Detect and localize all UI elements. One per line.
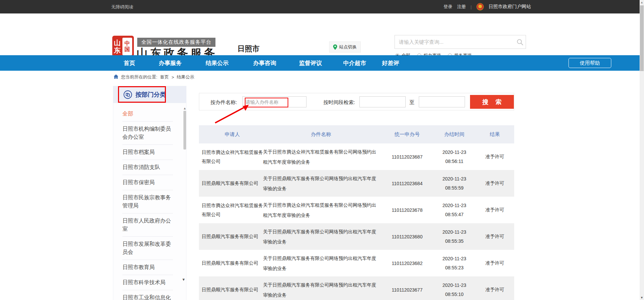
dept-item[interactable]: 日照市机构编制委员会办公室: [122, 122, 173, 145]
cell-result: 准予许可: [475, 154, 514, 160]
main-nav: 首页 办事服务 结果公示 办事咨询 监督评议 中介超市 好差评: [0, 55, 644, 71]
table-header-row: 申请人 办件名称 统一申办号 办结时间 结果: [199, 125, 514, 143]
nav-intermediary[interactable]: 中介超市: [343, 55, 366, 71]
dept-item[interactable]: 日照市人民政府办公室: [122, 213, 173, 237]
table-row[interactable]: 日照鼎顺汽车服务有限公司 关于日照鼎顺汽车服务有限公司网络预约出租汽车年度审验的…: [199, 170, 514, 197]
cell-applicant: 日照市腾达众祥汽车租赁服务有限公司: [199, 201, 263, 219]
dept-item[interactable]: 日照市消防支队: [122, 160, 173, 175]
cell-time: 2020-11-2308:56:11: [433, 148, 475, 166]
topbar-separator: |: [471, 4, 472, 9]
cell-applicant: 日照鼎顺汽车服务有限公司: [199, 179, 263, 188]
dept-item-all[interactable]: 全部: [122, 106, 173, 122]
breadcrumb-separator: >: [172, 75, 174, 80]
cell-number: 110112023678: [381, 207, 433, 213]
cell-item: 关于日照鼎顺汽车服务有限公司网络预约出租汽车年度审验的业务: [263, 227, 381, 247]
sidebar-scrollbar-thumb[interactable]: [183, 111, 186, 149]
nav-rating[interactable]: 好差评: [382, 55, 399, 71]
cell-result: 准予许可: [475, 180, 514, 187]
cell-number: 110112023682: [381, 261, 433, 266]
keyword-search-input[interactable]: [395, 39, 514, 45]
topbar-right-group: 登录 注册 | 日照市政府门户网站: [444, 0, 531, 13]
department-sidebar: 按部门分类 全部 日照市机构编制委员会办公室 日照市档案局 日照市消防支队 日照…: [113, 86, 186, 300]
dept-item[interactable]: 日照市科学技术局: [122, 275, 173, 290]
dept-item[interactable]: 日照市发展和改革委员会: [122, 237, 173, 260]
cell-time: 2020-11-2308:55:47: [433, 201, 475, 219]
filter-bar: 按办件名称: 按时间段检索: 至 搜 索: [199, 93, 514, 110]
register-link[interactable]: 注册: [457, 4, 466, 10]
sidebar-scroll-up-icon[interactable]: ▲: [183, 106, 186, 110]
sidebar-title: 按部门分类: [136, 91, 166, 99]
dept-item[interactable]: 日照市档案局: [122, 145, 173, 160]
table-row[interactable]: 日照鼎顺汽车服务有限公司 关于日照鼎顺汽车服务有限公司网络预约出租汽车年度审验的…: [199, 223, 514, 250]
col-header-item: 办件名称: [263, 131, 381, 138]
table-row[interactable]: 日照鼎顺汽车服务有限公司 关于日照鼎顺汽车服务有限公司网络预约出租汽车年度审验的…: [199, 250, 514, 276]
national-emblem-icon: [476, 3, 484, 10]
cell-result: 准予许可: [475, 260, 514, 266]
col-header-applicant: 申请人: [199, 131, 263, 138]
cell-result: 准予许可: [475, 234, 514, 240]
breadcrumb-current[interactable]: 结果公示: [177, 74, 194, 80]
col-header-time: 办结时间: [433, 131, 475, 138]
site-header: 山东 中国 全国一体化在线政务服务平台 山东政务服务 日照市 站点切换 全部: [0, 13, 644, 55]
cell-time: 2020-11-2308:55:59: [433, 174, 475, 193]
location-pin-icon: [333, 44, 337, 50]
sidebar-scroll-down-icon[interactable]: ▼: [182, 277, 185, 281]
results-table: 申请人 办件名称 统一申办号 办结时间 结果 日照市腾达众祥汽车租赁服务有限公司…: [199, 125, 514, 300]
cell-item: 关于日照鼎顺汽车服务有限公司网络预约出租汽车年度审验的业务: [263, 280, 381, 300]
scrollbar-down-icon[interactable]: ▼: [640, 296, 644, 299]
dept-item[interactable]: 日照市工业和信息化: [122, 290, 173, 300]
item-name-input[interactable]: [242, 96, 306, 107]
help-button[interactable]: 使用帮助: [568, 58, 611, 68]
shandong-seal-logo: 山东 中国: [112, 36, 134, 57]
date-from-input[interactable]: [359, 96, 406, 107]
window-scrollbar[interactable]: ▲ ▼: [640, 0, 644, 300]
site-switch-label: 站点切换: [339, 44, 357, 50]
keyword-search-box: [394, 35, 526, 49]
dept-item[interactable]: 日照市民族宗教事务管理局: [122, 190, 173, 213]
breadcrumb-prefix: 您当前所在的位置:: [121, 74, 157, 80]
dept-item[interactable]: 日照市教育局: [122, 260, 173, 275]
filter-name-label: 按办件名称:: [210, 99, 237, 106]
cell-item: 关于日照鼎顺汽车服务有限公司网络预约出租汽车年度审验的业务: [263, 253, 381, 273]
table-row[interactable]: 日照市腾达众祥汽车租赁服务有限公司 关于日照市腾达众祥汽车租赁服务有限公司网络预…: [199, 143, 514, 170]
search-icon[interactable]: [514, 39, 526, 45]
nav-results[interactable]: 结果公示: [206, 55, 229, 71]
table-row[interactable]: 日照市腾达众祥汽车租赁服务有限公司 关于日照市腾达众祥汽车租赁服务有限公司网络预…: [199, 197, 514, 223]
cell-item: 关于日照市腾达众祥汽车租赁服务有限公司网络预约出租汽车年度审验的业务: [263, 200, 381, 220]
search-button[interactable]: 搜 索: [470, 95, 514, 109]
category-icon: [123, 90, 132, 99]
login-link[interactable]: 登录: [444, 4, 452, 10]
cell-time: 2020-11-2308:55:10: [433, 281, 475, 299]
breadcrumb-home[interactable]: 首页: [160, 74, 169, 80]
table-row[interactable]: 日照鼎顺汽车服务有限公司 关于日照鼎顺汽车服务有限公司网络预约出租汽车年度审验的…: [199, 276, 514, 300]
cell-applicant: 日照鼎顺汽车服务有限公司: [199, 259, 263, 268]
scrollbar-thumb[interactable]: [640, 5, 644, 71]
cell-item: 关于日照鼎顺汽车服务有限公司网络预约出租汽车年度审验的业务: [263, 173, 381, 194]
nav-consult[interactable]: 办事咨询: [253, 55, 276, 71]
accessibility-link[interactable]: 无障碍阅读: [111, 4, 133, 10]
home-icon: [114, 74, 118, 80]
cell-result: 准予许可: [475, 287, 514, 293]
scrollbar-up-icon[interactable]: ▲: [640, 1, 644, 4]
cell-number: 110112023680: [381, 234, 433, 239]
platform-banner: 全国一体化在线政务服务平台: [137, 38, 215, 47]
portal-link[interactable]: 日照市政府门户网站: [489, 4, 531, 10]
filter-to-label: 至: [409, 99, 414, 106]
nav-home[interactable]: 首页: [124, 55, 135, 71]
sidebar-header[interactable]: 按部门分类: [113, 86, 186, 103]
seal-right-text: 中国: [122, 38, 133, 55]
filter-time-label: 按时间段检索:: [323, 99, 355, 106]
cell-applicant: 日照鼎顺汽车服务有限公司: [199, 285, 263, 294]
cell-result: 准予许可: [475, 207, 514, 213]
cell-number: 110112023684: [381, 181, 433, 186]
cell-item: 关于日照市腾达众祥汽车租赁服务有限公司网络预约出租汽车年度审验的业务: [263, 147, 381, 167]
site-switch-button[interactable]: 站点切换: [329, 41, 361, 53]
cell-time: 2020-11-2308:55:35: [433, 228, 475, 246]
dept-item[interactable]: 日照市保密局: [122, 175, 173, 190]
cell-number: 110112023677: [381, 287, 433, 293]
cell-time: 2020-11-2308:55:23: [433, 254, 475, 272]
breadcrumb: 您当前所在的位置: 首页 > 结果公示: [114, 74, 194, 80]
nav-supervision[interactable]: 监督评议: [299, 55, 322, 71]
date-to-input[interactable]: [419, 96, 465, 107]
nav-services[interactable]: 办事服务: [159, 55, 182, 71]
